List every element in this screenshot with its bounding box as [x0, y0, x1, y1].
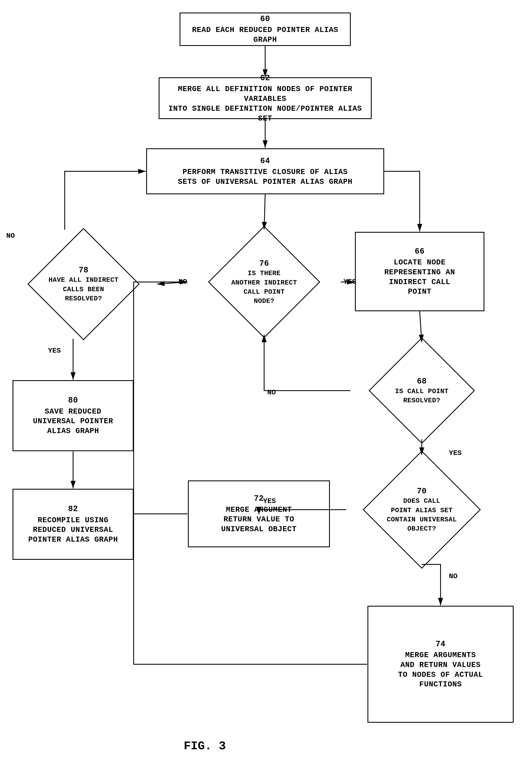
label-no-70: NO	[449, 572, 458, 580]
label-no-68: NO	[267, 389, 276, 396]
box-72: 72 MERGE ARGUMENT RETURN VALUE TO UNIVER…	[188, 480, 330, 547]
box-60: 60 READ EACH REDUCED POINTER ALIAS GRAPH	[180, 13, 351, 46]
diamond-76: 76 IS THERE ANOTHER INDIRECT CALL POINT …	[188, 230, 340, 334]
label-no-76-left: NO	[179, 278, 187, 286]
box-80: 80 SAVE REDUCED UNIVERSAL POINTER ALIAS …	[13, 380, 134, 451]
label-yes-78: YES	[48, 347, 61, 355]
box-64: 64 PERFORM TRANSITIVE CLOSURE OF ALIAS S…	[146, 148, 384, 194]
box-82: 82 RECOMPILE USING REDUCED UNIVERSAL POI…	[13, 489, 134, 560]
diagram: 60 READ EACH REDUCED POINTER ALIAS GRAPH…	[0, 0, 532, 776]
diamond-78: 78 HAVE ALL INDIRECT CALLS BEEN RESOLVED…	[10, 230, 157, 338]
label-yes-76-right: YES	[343, 278, 356, 286]
label-no-78: NO	[6, 232, 15, 240]
diamond-70: 70 DOES CALL POINT ALIAS SET CONTAIN UNI…	[346, 455, 497, 564]
diamond-68: 68 IS CALL POINT RESOLVED?	[351, 343, 493, 439]
box-74: 74 MERGE ARGUMENTS AND RETURN VALUES TO …	[367, 606, 514, 723]
label-yes-68: YES	[449, 449, 462, 457]
box-62: 62 MERGE ALL DEFINITION NODES OF POINTER…	[159, 77, 372, 119]
label-yes-70: YES	[263, 497, 276, 505]
svg-line-2	[264, 194, 265, 229]
box-66: 66 LOCATE NODE REPRESENTING AN INDIRECT …	[355, 232, 484, 311]
figure-caption: FIG. 3	[184, 740, 226, 753]
